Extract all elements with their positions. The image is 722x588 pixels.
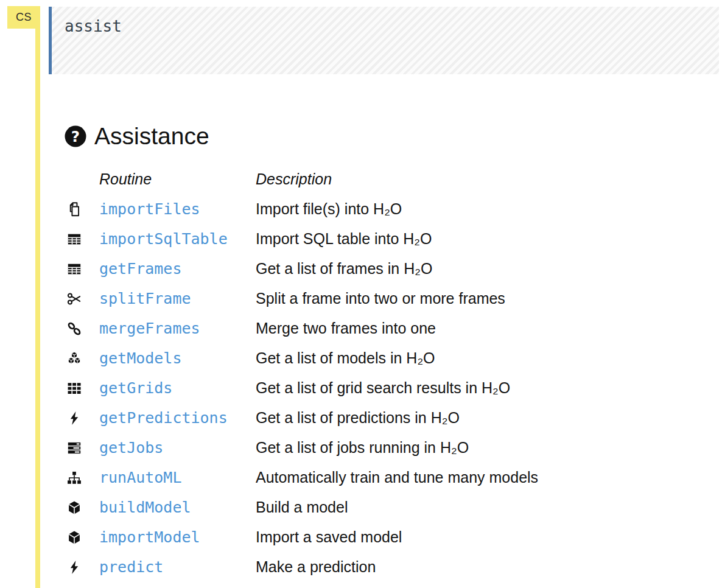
routine-link-getFrames[interactable]: getFrames: [99, 260, 256, 278]
table-row: importSqlTable Import SQL table into H₂O: [64, 224, 661, 254]
routine-link-importModel[interactable]: importModel: [99, 528, 256, 546]
routine-description: Split a frame into two or more frames: [256, 290, 661, 307]
routine-link-mergeFrames[interactable]: mergeFrames: [99, 320, 256, 337]
routine-description: Make a prediction: [256, 558, 661, 576]
routine-link-splitFrame[interactable]: splitFrame: [99, 290, 256, 307]
cubes-icon: [64, 351, 99, 366]
routine-description: Get a list of grid search results in H₂O: [256, 379, 661, 397]
question-circle-icon: [64, 125, 87, 148]
routine-description: Import file(s) into H₂O: [256, 200, 661, 218]
column-header-routine: Routine: [99, 170, 256, 188]
table-row: getGrids Get a list of grid search resul…: [64, 373, 661, 403]
cube-icon: [64, 530, 99, 545]
routine-description: Automatically train and tune many models: [256, 469, 661, 486]
sitemap-icon: [64, 471, 99, 485]
table-row: getPredictions Get a list of predictions…: [64, 403, 661, 433]
routines-table: Routine Description importFiles Import f…: [64, 164, 661, 582]
routine-link-importFiles[interactable]: importFiles: [99, 200, 256, 218]
code-cell[interactable]: assist: [49, 7, 719, 74]
routine-description: Get a list of predictions in H₂O: [256, 409, 661, 427]
assistance-title: Assistance: [94, 123, 209, 150]
table-row: splitFrame Split a frame into two or mor…: [64, 284, 661, 313]
routine-description: Build a model: [256, 499, 661, 516]
table-row: importFiles Import file(s) into H₂O: [64, 194, 661, 224]
table-row: getModels Get a list of models in H₂O: [64, 343, 661, 373]
routine-link-getPredictions[interactable]: getPredictions: [99, 409, 256, 427]
table-row: buildModel Build a model: [64, 492, 661, 522]
routine-description: Get a list of models in H₂O: [256, 349, 661, 367]
table-row: predict Make a prediction: [64, 552, 661, 582]
table-row: getFrames Get a list of frames in H₂O: [64, 254, 661, 284]
table-header-row: Routine Description: [64, 164, 661, 194]
routine-description: Import a saved model: [256, 528, 661, 546]
routine-link-runAutoML[interactable]: runAutoML: [99, 469, 256, 486]
routine-link-getGrids[interactable]: getGrids: [99, 379, 256, 397]
routine-description: Get a list of jobs running in H₂O: [256, 439, 661, 457]
table-row: mergeFrames Merge two frames into one: [64, 313, 661, 343]
link-icon: [64, 321, 99, 336]
bolt-icon: [64, 560, 99, 575]
table-row: runAutoML Automatically train and tune m…: [64, 463, 661, 492]
code-input[interactable]: assist: [65, 17, 122, 35]
table-row: getJobs Get a list of jobs running in H₂…: [64, 433, 661, 463]
cell-type-label: CS: [16, 11, 32, 24]
routine-description: Get a list of frames in H₂O: [256, 260, 661, 278]
cell-selection-strip: [35, 6, 40, 588]
routine-link-importSqlTable[interactable]: importSqlTable: [99, 230, 256, 248]
table-row: importModel Import a saved model: [64, 522, 661, 552]
grid-icon: [64, 381, 99, 396]
routine-link-getJobs[interactable]: getJobs: [99, 439, 256, 457]
scissors-icon: [64, 292, 99, 306]
routine-description: Merge two frames into one: [256, 320, 661, 337]
files-icon: [64, 202, 99, 217]
table-icon: [64, 232, 99, 247]
bolt-icon: [64, 411, 99, 425]
routine-link-getModels[interactable]: getModels: [99, 349, 256, 367]
tasks-icon: [64, 441, 99, 455]
table-icon: [64, 262, 99, 276]
routine-link-buildModel[interactable]: buildModel: [99, 499, 256, 516]
cube-icon: [64, 500, 99, 515]
assistance-heading: Assistance: [64, 123, 209, 150]
routine-link-predict[interactable]: predict: [99, 558, 256, 576]
column-header-description: Description: [256, 170, 661, 188]
routine-description: Import SQL table into H₂O: [256, 230, 661, 248]
